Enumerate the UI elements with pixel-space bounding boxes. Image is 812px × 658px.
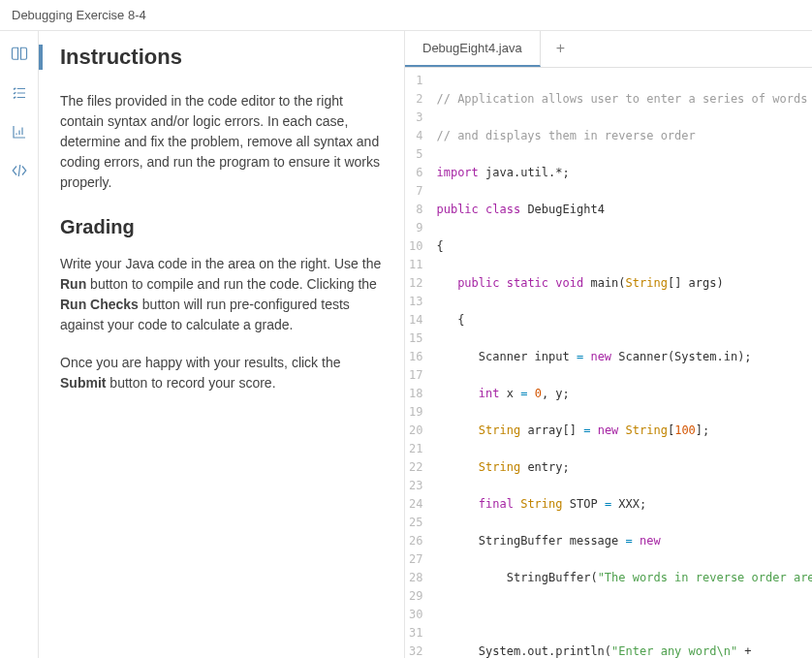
code-icon[interactable] [10,161,29,180]
code-editor[interactable]: 1234567891011121314151617181920212223242… [405,68,812,658]
tab-file[interactable]: DebugEight4.java [405,31,541,67]
instructions-title: Instructions [60,45,182,70]
editor-tabs: DebugEight4.java + [405,31,812,68]
instructions-panel: Instructions The files provided in the c… [39,31,405,658]
checklist-icon[interactable] [10,83,29,103]
instructions-body: The files provided in the code editor to… [60,91,383,393]
editor-panel: DebugEight4.java + 123456789101112131415… [405,31,812,658]
title-bar: Debugging Exercise 8-4 [0,0,812,31]
grading-para2: Once you are happy with your results, cl… [60,353,383,393]
book-icon[interactable] [10,45,29,64]
grading-para1: Write your Java code in the area on the … [60,254,383,335]
grading-heading: Grading [60,216,383,238]
sidebar [0,31,39,658]
exercise-title: Debugging Exercise 8-4 [12,8,146,22]
chart-icon[interactable] [10,122,29,141]
code-content[interactable]: // Application allows user to enter a se… [436,68,812,658]
instructions-header: Instructions [39,45,383,70]
line-gutter: 1234567891011121314151617181920212223242… [405,68,436,658]
instructions-para1: The files provided in the code editor to… [60,91,383,193]
main-layout: Instructions The files provided in the c… [0,31,812,658]
tab-add[interactable]: + [541,31,580,67]
